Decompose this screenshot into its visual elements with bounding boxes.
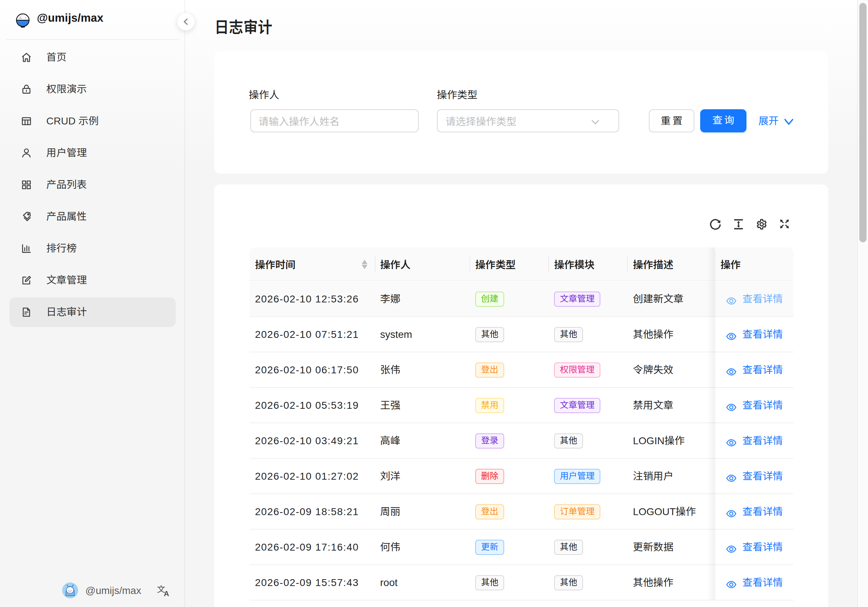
svg-text:A: A — [163, 589, 169, 596]
